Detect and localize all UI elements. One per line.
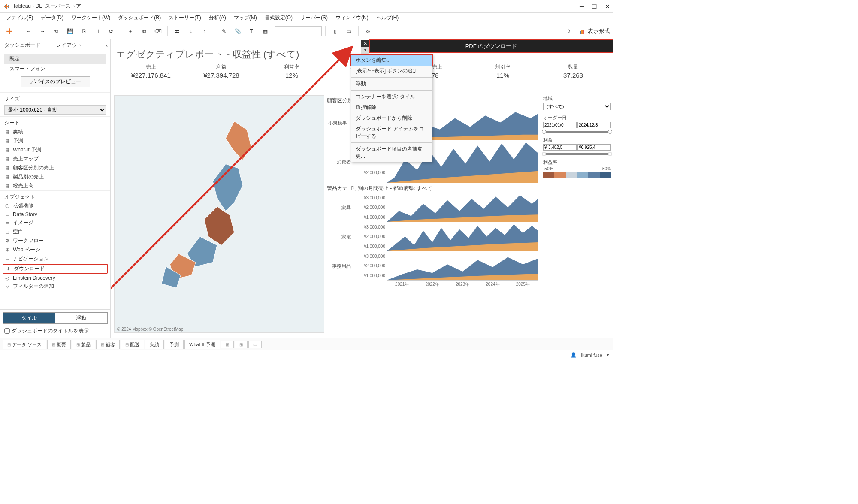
revert-button[interactable]: ⟲ — [50, 25, 62, 37]
menu-file[interactable]: ファイル(F) — [3, 13, 36, 22]
fit-button[interactable]: ▯ — [329, 25, 341, 37]
grid-button[interactable]: ▦ — [259, 25, 271, 37]
minimize-button[interactable]: ─ — [580, 3, 584, 10]
sheet-item[interactable]: ▦What-If 予測 — [0, 145, 110, 154]
presentation-button[interactable]: ▭ — [343, 25, 355, 37]
device-preview-button[interactable]: デバイスのプレビュー — [21, 76, 90, 87]
object-download[interactable]: ⬇ダウンロード — [3, 264, 108, 274]
menu-format[interactable]: 書式設定(O) — [261, 13, 296, 22]
duplicate-button[interactable]: ⧉ — [138, 25, 150, 37]
object-workflow[interactable]: ⚙ワークフロー — [0, 236, 110, 245]
show-title-checkbox[interactable]: ダッシュボードのタイトルを表示 — [3, 326, 108, 335]
sort-asc-button[interactable]: ↓ — [185, 25, 197, 37]
ctx-edit-button[interactable]: ボタンを編集... — [350, 54, 433, 66]
object-einstein[interactable]: ◎Einstein Discovery — [0, 274, 110, 282]
profit-to-input[interactable] — [577, 144, 611, 151]
menu-help[interactable]: ヘルプ(H) — [373, 13, 402, 22]
tile-float-toggle[interactable]: タイル 浮動 — [3, 312, 108, 324]
tableau-icon[interactable] — [3, 25, 15, 37]
object-blank[interactable]: □空白 — [0, 227, 110, 236]
highlight-button[interactable]: ✎ — [218, 25, 230, 37]
object-image[interactable]: ▭イメージ — [0, 218, 110, 227]
object-addfilter[interactable]: ▽フィルターの追加 — [0, 282, 110, 291]
profit-slider[interactable] — [543, 153, 611, 155]
ctx-remove[interactable]: ダッシュボードから削除 — [351, 113, 432, 124]
object-datastory[interactable]: ▭Data Story — [0, 211, 110, 218]
sheet-item[interactable]: ▦顧客区分別の売上 — [0, 163, 110, 172]
guide-button[interactable]: ◊ — [563, 25, 575, 37]
menu-analysis[interactable]: 分析(A) — [205, 13, 230, 22]
pdf-menu-trigger[interactable]: ▾ — [361, 47, 369, 54]
swap-button[interactable]: ⇄ — [171, 25, 183, 37]
ctx-rename[interactable]: ダッシュボード項目の名前変更... — [351, 144, 432, 162]
japan-map-svg — [115, 96, 324, 332]
device-default[interactable]: 既定 — [4, 54, 106, 64]
redo-button[interactable]: → — [36, 25, 48, 37]
menu-map[interactable]: マップ(M) — [230, 13, 260, 22]
tab-whatif[interactable]: What-If 予測 — [184, 340, 220, 349]
date-from-input[interactable] — [543, 122, 577, 128]
menu-story[interactable]: ストーリー(T) — [165, 13, 204, 22]
menu-window[interactable]: ウィンドウ(N) — [332, 13, 372, 22]
tab-layout[interactable]: レイアウト — [52, 40, 104, 51]
status-dropdown[interactable]: ▾ — [607, 352, 609, 358]
sales-map[interactable]: © 2024 Mapbox © OpenStreetMap — [114, 95, 324, 333]
ctx-show-hide[interactable]: [表示/非表示] ボタンの追加 — [351, 66, 432, 76]
object-webpage[interactable]: ⊕Web ページ — [0, 245, 110, 254]
show-me-button[interactable]: 表示形式 — [579, 27, 610, 35]
profit-from-input[interactable] — [543, 144, 577, 151]
search-input[interactable] — [275, 26, 322, 36]
object-extension[interactable]: ⬡拡張機能 — [0, 202, 110, 211]
maximize-button[interactable]: ☐ — [592, 3, 597, 10]
date-to-input[interactable] — [577, 122, 611, 128]
new-dashboard-button[interactable]: ⊞ — [235, 341, 248, 348]
sheet-item[interactable]: ▦売上マップ — [0, 154, 110, 163]
refresh-button[interactable]: ⟳ — [105, 25, 117, 37]
tab-datasource[interactable]: ⊟データ ソース — [3, 340, 46, 349]
ctx-select-container[interactable]: コンテナーを選択: タイル — [351, 91, 432, 102]
collapse-panel-button[interactable]: ‹ — [103, 42, 110, 48]
save-button[interactable]: 💾 — [64, 25, 76, 37]
attach-button[interactable]: 📎 — [232, 25, 244, 37]
menu-dashboard[interactable]: ダッシュボード(B) — [115, 13, 164, 22]
tab-actuals[interactable]: 実績 — [145, 340, 164, 349]
close-button[interactable]: ✕ — [605, 3, 610, 10]
sheet-item[interactable]: ▦総売上高 — [0, 181, 110, 190]
menu-server[interactable]: サーバー(S) — [297, 13, 331, 22]
sheet-item[interactable]: ▦実績 — [0, 127, 110, 136]
text-button[interactable]: T — [245, 25, 257, 37]
tab-delivery[interactable]: ⊞配送 — [121, 340, 144, 349]
ctx-deselect[interactable]: 選択解除 — [351, 102, 432, 113]
datastory-icon: ▭ — [4, 211, 10, 217]
tab-products[interactable]: ⊞製品 — [72, 340, 95, 349]
undo-button[interactable]: ← — [23, 25, 35, 37]
object-navigation[interactable]: →ナビゲーション — [0, 254, 110, 263]
tab-dashboard[interactable]: ダッシュボード — [0, 40, 52, 51]
new-worksheet-button[interactable]: ⊞ — [124, 25, 136, 37]
float-option[interactable]: 浮動 — [55, 313, 108, 323]
sort-desc-button[interactable]: ↑ — [199, 25, 211, 37]
region-filter[interactable]: (すべて) — [543, 103, 611, 110]
size-header: サイズ — [0, 92, 110, 103]
ctx-copy-item[interactable]: ダッシュボード アイテムをコピーする — [351, 124, 432, 142]
date-slider[interactable] — [543, 131, 611, 133]
pdf-close-icon[interactable]: ✕ — [361, 40, 369, 47]
tab-customers[interactable]: ⊞顧客 — [96, 340, 120, 349]
new-story-button[interactable]: ▭ — [248, 341, 262, 348]
sheet-item[interactable]: ▦予測 — [0, 136, 110, 145]
menu-data[interactable]: データ(D) — [37, 13, 67, 22]
share-button[interactable]: ∞ — [362, 25, 374, 37]
menu-worksheet[interactable]: ワークシート(W) — [68, 13, 114, 22]
device-smartphone[interactable]: スマートフォン — [4, 64, 106, 74]
tile-option[interactable]: タイル — [3, 313, 55, 323]
tab-overview[interactable]: ⊞概要 — [47, 340, 71, 349]
new-sheet-button[interactable]: ⊞ — [221, 341, 234, 348]
pause-button[interactable]: ⏸ — [91, 25, 103, 37]
pdf-download-button[interactable]: ✕ ▾ PDF のダウンロード — [369, 39, 613, 53]
new-data-button[interactable]: ⎘ — [78, 25, 90, 37]
tab-forecast[interactable]: 予測 — [165, 340, 184, 349]
sheet-item[interactable]: ▦製品別の売上 — [0, 172, 110, 181]
ctx-float[interactable]: 浮動 — [351, 78, 432, 89]
size-select[interactable]: 最小 1000x620 - 自動 — [4, 105, 106, 115]
clear-button[interactable]: ⌫ — [152, 25, 164, 37]
